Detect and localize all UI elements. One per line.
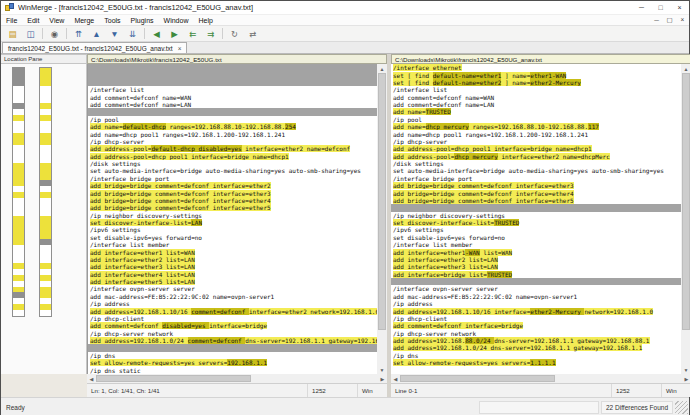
scroll-right-icon[interactable]: ▶: [682, 376, 690, 382]
code-line[interactable]: /ip dhcp-server network: [88, 330, 377, 337]
mdi-restore-icon[interactable]: ▢: [663, 16, 676, 24]
menu-merge[interactable]: Merge: [69, 15, 99, 25]
code-line[interactable]: add interface=ether2 list=LAN: [88, 256, 377, 263]
filler-line[interactable]: [88, 344, 377, 351]
code-line[interactable]: set auto-media-interface=bridge auto-med…: [391, 167, 681, 174]
code-line[interactable]: add name=dhcp_pool1 ranges=192.168.1.200…: [391, 130, 681, 137]
menu-view[interactable]: View: [44, 15, 69, 25]
filler-line[interactable]: [88, 71, 377, 78]
location-segment[interactable]: [13, 310, 24, 316]
maximize-icon[interactable]: □: [651, 1, 670, 14]
code-line[interactable]: set allow-remote-requests=yes servers=1.…: [391, 359, 681, 366]
code-line[interactable]: add address-pool=dhcp_pool1 interface=br…: [88, 153, 377, 160]
save-button[interactable]: ◫: [22, 27, 39, 40]
code-line[interactable]: add bridge=bridge comment=defconf interf…: [88, 204, 377, 211]
code-line[interactable]: /ip dhcp-client: [391, 315, 681, 322]
code-line[interactable]: /disk settings: [391, 160, 681, 167]
code-line[interactable]: /interface ovpn-server server: [88, 285, 377, 292]
menu-plugins[interactable]: Plugins: [126, 15, 159, 25]
menu-window[interactable]: Window: [159, 15, 194, 25]
scroll-left-icon[interactable]: ◀: [87, 376, 96, 382]
code-line[interactable]: add interface=ether4 list=LAN: [88, 271, 377, 278]
menu-help[interactable]: Help: [193, 15, 217, 25]
code-line[interactable]: /ip dhcp-server: [391, 138, 681, 145]
filler-line[interactable]: [391, 278, 681, 285]
code-line[interactable]: set auto-media-interface=bridge auto-med…: [88, 167, 377, 174]
code-line[interactable]: /interface ovpn-server server: [391, 285, 681, 292]
code-line[interactable]: /ip dns static: [88, 366, 377, 373]
scrollbar-track[interactable]: [400, 374, 682, 383]
tab-close-icon[interactable]: ×: [178, 45, 182, 52]
options-button[interactable]: ◉: [46, 27, 63, 40]
menu-file[interactable]: File: [1, 15, 22, 25]
code-line[interactable]: add address=192.168.1.0/24 comment=defco…: [88, 337, 377, 344]
left-vertical-scrollbar[interactable]: ▲ ▼: [377, 64, 387, 374]
code-line[interactable]: /ipv6 settings: [391, 226, 681, 233]
code-line[interactable]: /ip address: [391, 300, 681, 307]
code-line[interactable]: /ip dhcp-client: [88, 315, 377, 322]
code-line[interactable]: /ip neighbor discovery-settings: [88, 212, 377, 219]
code-line[interactable]: add bridge=bridge comment=defconf interf…: [88, 182, 377, 189]
code-line[interactable]: [391, 366, 681, 373]
close-icon[interactable]: ×: [670, 1, 689, 14]
code-line[interactable]: add bridge=bridge comment=defconf interf…: [88, 189, 377, 196]
open-button[interactable]: ▤: [4, 27, 21, 40]
resize-grip[interactable]: [675, 401, 688, 414]
last-diff-button[interactable]: ⇊: [124, 27, 141, 40]
refresh-button[interactable]: ↻: [226, 27, 243, 40]
minimize-icon[interactable]: ─: [632, 1, 651, 14]
left-horizontal-scrollbar[interactable]: ◀ ▶: [87, 374, 387, 383]
scroll-down-icon[interactable]: ▼: [681, 365, 690, 374]
scrollbar-track[interactable]: [681, 73, 690, 365]
scroll-down-icon[interactable]: ▼: [377, 365, 387, 374]
code-line[interactable]: /interface list: [88, 86, 377, 93]
location-bar-left[interactable]: [12, 67, 25, 317]
code-line[interactable]: add interface=ether3 list=LAN: [391, 263, 681, 270]
code-line[interactable]: add interface=ether2 list=LAN: [391, 256, 681, 263]
code-line[interactable]: /ip dns: [88, 352, 377, 359]
encoding-indicator[interactable]: 1252: [307, 384, 357, 397]
code-line[interactable]: add name=dhcp_pool1 ranges=192.168.1.200…: [88, 130, 377, 137]
eol-indicator[interactable]: Win: [357, 384, 387, 397]
scrollbar-track[interactable]: [96, 374, 378, 383]
code-line[interactable]: add bridge=bridge comment=defconf interf…: [391, 197, 681, 204]
filler-line[interactable]: [88, 108, 377, 115]
code-line[interactable]: add interface=ether1 list=WAN: [88, 248, 377, 255]
scrollbar-thumb[interactable]: [96, 375, 251, 382]
left-code-pane[interactable]: /interface listadd comment=defconf name=…: [87, 64, 377, 374]
code-line[interactable]: set disable-ipv6=yes forward=no: [391, 234, 681, 241]
code-line[interactable]: add comment=defconf disabled=yes interfa…: [88, 322, 377, 329]
code-line[interactable]: add comment=defconf name=WAN: [88, 94, 377, 101]
scrollbar-thumb[interactable]: [682, 73, 690, 330]
code-line[interactable]: /ip dns: [391, 352, 681, 359]
code-line[interactable]: add address=192.168.1.10/16 interface=et…: [391, 307, 681, 314]
code-line[interactable]: /ip pool: [88, 116, 377, 123]
code-line[interactable]: /interface ethernet: [391, 64, 681, 71]
menu-edit[interactable]: Edit: [22, 15, 44, 25]
location-segment[interactable]: [40, 310, 51, 316]
code-line[interactable]: /ip neighbor discovery-settings: [391, 212, 681, 219]
location-bar-right[interactable]: [39, 67, 52, 317]
code-line[interactable]: add bridge=bridge comment=defconf interf…: [391, 182, 681, 189]
code-line[interactable]: add interface=ether3 list=LAN: [88, 263, 377, 270]
code-line[interactable]: add address-pool=dhcp_pool1 interface=br…: [391, 145, 681, 152]
code-line[interactable]: add interface=bridge list=TRUSTED: [391, 271, 681, 278]
code-line[interactable]: add interface=ether1-WAN list=WAN: [391, 248, 681, 255]
scrollbar-thumb[interactable]: [378, 73, 386, 330]
scroll-up-icon[interactable]: ▲: [377, 64, 387, 73]
mdi-minimize-icon[interactable]: ─: [650, 16, 663, 24]
code-line[interactable]: add comment=defconf interface=bridge: [391, 322, 681, 329]
scrollbar-track[interactable]: [377, 73, 387, 365]
scrollbar-thumb[interactable]: [400, 375, 555, 382]
right-horizontal-scrollbar[interactable]: ◀ ▶: [391, 374, 690, 383]
tab-compare[interactable]: francis12042_E50UG.txt - francis12042_E5…: [2, 42, 187, 53]
code-line[interactable]: /interface bridge port: [391, 175, 681, 182]
filler-line[interactable]: [88, 64, 377, 71]
scroll-up-icon[interactable]: ▲: [681, 64, 690, 73]
copy-right-button[interactable]: ▶: [166, 27, 183, 40]
code-line[interactable]: /ip dhcp-server network: [391, 330, 681, 337]
eol-indicator[interactable]: Win: [661, 384, 690, 397]
code-line[interactable]: add comment=defconf name=WAN: [391, 94, 681, 101]
code-line[interactable]: /ip pool: [391, 116, 681, 123]
code-line[interactable]: add comment=defconf name=LAN: [391, 101, 681, 108]
